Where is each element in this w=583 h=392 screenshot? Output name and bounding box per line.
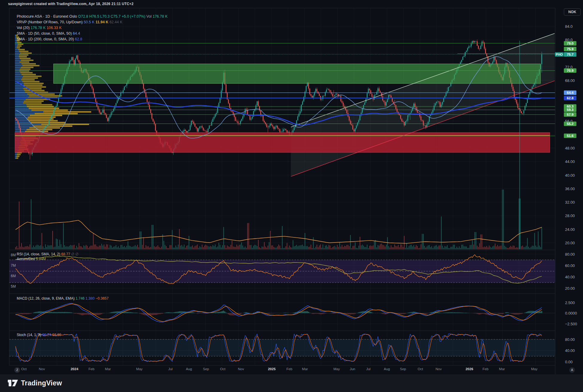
price-badge-75.7: 75.7 — [564, 52, 576, 57]
price-badge-62.8: 62.8 — [564, 96, 576, 100]
price-tick-label: 40.00 — [565, 348, 575, 353]
macd-header-seg: −0.3657 — [95, 296, 109, 301]
vol-row-seg: Vol (20) — [17, 26, 31, 30]
accdist-scale-label: 8M — [11, 253, 16, 257]
auto-scale-button[interactable]: A — [569, 367, 575, 373]
vrvp-row-seg: VRVP (Number Of Rows, 70, Up/Down) — [17, 20, 84, 24]
macd-header-seg: 1.380 — [86, 296, 95, 301]
time-label-Aug: Aug — [384, 367, 390, 371]
vol-row-seg: 106.33 K — [47, 26, 62, 30]
rsi-pane-header[interactable]: RSI (14, close, SMA, 14, 2) 68.77 ∅ ∅ — [17, 252, 78, 257]
time-label-Feb: Feb — [483, 367, 489, 371]
time-label-2026: 2026 — [466, 367, 473, 371]
tradingview-chart-window: savepiginvest created with TradingView.c… — [0, 0, 583, 392]
stoch-header-seg: Stoch (14, 1, 3) — [17, 333, 42, 337]
macd-header-seg: MACD (12, 26, close, 9, EMA, EMA) — [17, 296, 76, 301]
price-tick-label: 80.00 — [565, 252, 575, 257]
price-tick-label: 40.00 — [565, 173, 575, 178]
time-label-Feb: Feb — [88, 367, 94, 371]
rsi-header-seg: 68.77 — [61, 252, 71, 256]
tradingview-logo-icon — [8, 379, 18, 388]
accdist-scale-label: 6M — [11, 274, 16, 278]
supply-zone[interactable] — [54, 64, 541, 84]
symbol-row-seg: Photocure ASA · 1D · Euronext Oslo — [17, 14, 78, 19]
price-tick-label: 80.00 — [565, 337, 575, 342]
price-badge-64.4: 64.4 — [564, 91, 576, 95]
chart-canvas[interactable] — [0, 0, 583, 392]
price-tick-label: −2.500 — [565, 322, 577, 326]
price-tick-label: 60.00 — [565, 263, 575, 268]
time-label-May: May — [333, 367, 340, 371]
time-label-Aug: Aug — [186, 367, 192, 371]
price-tick-label: 28.00 — [565, 213, 575, 218]
volume-ma-line — [16, 220, 542, 243]
price-badge-55.2: 55.2 — [564, 122, 576, 126]
price-tick-label: 2.500 — [565, 301, 575, 305]
time-label-Jun: Jun — [350, 367, 355, 371]
symbol-row-seg: 176.78 K — [152, 14, 167, 19]
timezone-button[interactable]: Z — [14, 367, 20, 373]
accdist-pane-header[interactable]: Accum/Dist 5.94M — [17, 257, 46, 261]
price-tick-label: 32.00 — [565, 200, 575, 205]
brand-name: TradingView — [21, 379, 62, 387]
stoch-pane-header[interactable]: Stoch (14, 1, 3) 96.24 92.30 — [17, 332, 61, 337]
price-tick-label: 68.00 — [565, 78, 575, 83]
accdist-scale-label: 5M — [11, 284, 16, 289]
stoch-header-seg: 92.30 — [52, 333, 61, 337]
plot-area[interactable] — [9, 8, 555, 365]
price-badge-57.9: 57.9 — [564, 112, 576, 117]
rsi-header-seg: RSI (14, close, SMA, 14, 2) — [17, 252, 61, 256]
price-tick-label: 84.0 — [565, 24, 573, 29]
time-label-Nov: Nov — [436, 367, 442, 371]
accdist-scale-label: 7M — [11, 263, 16, 268]
time-label-Sep: Sep — [400, 367, 406, 371]
time-label-Oct: Oct — [220, 367, 225, 371]
time-label-May: May — [531, 367, 538, 371]
vrvp-row-seg: 62.44 K — [109, 20, 122, 24]
time-label-Oct: Oct — [21, 367, 27, 371]
macd-pane-header[interactable]: MACD (12, 26, close, 9, EMA, EMA) 1.746 … — [17, 296, 109, 301]
indicator-legend[interactable]: Photocure ASA · 1D · Euronext Oslo O72.8… — [17, 14, 168, 42]
price-badge-51.6: 51.6 — [564, 134, 576, 138]
accdist-header-seg: 5.94M — [36, 257, 46, 261]
price-badge-75.9: 75.9 — [564, 47, 576, 51]
vrvp-row-seg: 50.5 K — [84, 20, 96, 24]
time-label-Jul: Jul — [366, 367, 371, 371]
stoch-band — [9, 339, 555, 356]
price-tick-label: 0.0000 — [565, 311, 577, 315]
price-badge-59.3: 59.3 — [564, 108, 576, 112]
footer-bar: TradingView — [0, 374, 583, 392]
time-label-Mar: Mar — [499, 367, 505, 371]
time-label-Mar: Mar — [105, 367, 111, 371]
vol-row[interactable]: Vol (20) 176.78 K 106.33 K — [17, 25, 168, 31]
stoch-header-seg: 96.24 — [42, 333, 52, 337]
trend-channel-fill[interactable] — [291, 33, 555, 176]
price-tick-label: 20.00 — [565, 241, 575, 245]
price-tick-label: 48.00 — [565, 146, 575, 150]
time-label-Mar: Mar — [302, 367, 308, 371]
sma200-row-seg: 62.8 — [75, 37, 82, 41]
time-label-Nov: Nov — [39, 367, 45, 371]
gridlines — [9, 8, 555, 365]
time-label-2025: 2025 — [268, 367, 276, 371]
sma50-row[interactable]: SMA · 1D (50, close, 0, SMA, 50) 64.4 — [17, 31, 168, 36]
symbol-row-seg: O72.8 H76.5 L70.3 C75.7 +5.0 (+7.07%) — [78, 14, 146, 19]
price-tick-label: 40.00 — [565, 275, 575, 279]
sma200-row[interactable]: SMA · 1D (200, close, 0, SMA, 20) 62.8 — [17, 36, 168, 42]
accdist-header-seg: Accum/Dist — [17, 257, 36, 261]
symbol-row[interactable]: Photocure ASA · 1D · Euronext Oslo O72.8… — [17, 14, 168, 19]
watermark: savepiginvest created with TradingView.c… — [8, 2, 134, 6]
vrvp-row-seg: 11.94 K — [96, 20, 110, 24]
sma200-row-seg: SMA · 1D (200, close, 0, SMA, 20) — [17, 37, 75, 41]
price-tick-label: 44.00 — [565, 159, 575, 164]
currency-toggle-button[interactable]: NOK — [564, 8, 581, 16]
vrvp-row[interactable]: VRVP (Number Of Rows, 70, Up/Down) 50.5 … — [17, 19, 168, 25]
price-badge-79.0: 79.0 — [564, 41, 576, 46]
symbol-price-chip: PHO — [555, 52, 564, 57]
price-badge-70.9: 70.9 — [564, 68, 576, 73]
time-label-May: May — [136, 367, 143, 371]
symbol-row-seg: Vol — [146, 14, 153, 19]
volume-bars — [15, 190, 542, 249]
tradingview-brand[interactable]: TradingView — [8, 379, 62, 388]
time-label-Oct: Oct — [418, 367, 423, 371]
